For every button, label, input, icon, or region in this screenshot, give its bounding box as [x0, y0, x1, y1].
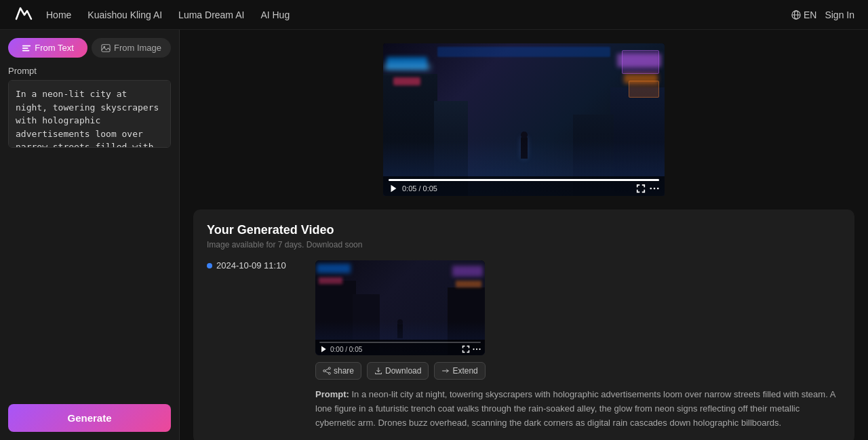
play-icon-small[interactable]: [319, 345, 328, 353]
video-time-top: 0:05 / 0:05: [402, 184, 437, 193]
share-button[interactable]: share: [315, 362, 361, 380]
nav-links: Home Kuaishou Kling AI Luma Dream AI AI …: [46, 9, 791, 20]
generated-content: 2024-10-09 11:10: [207, 260, 841, 430]
extend-button[interactable]: Extend: [434, 362, 485, 380]
more-icon[interactable]: [650, 184, 659, 193]
svg-rect-5: [22, 49, 30, 51]
svg-point-15: [479, 348, 480, 350]
nav-dream[interactable]: Luma Dream AI: [178, 9, 244, 20]
image-icon: [101, 43, 111, 53]
navbar: Home Kuaishou Kling AI Luma Dream AI AI …: [0, 0, 868, 30]
download-button[interactable]: Download: [367, 362, 429, 380]
generation-date: 2024-10-09 11:10: [216, 260, 286, 271]
generated-video-wrap: 0:00 / 0:05 share: [315, 260, 841, 430]
sidebar: From Text From Image Prompt In a neon-li…: [0, 30, 180, 440]
signin-button[interactable]: Sign In: [825, 9, 854, 20]
svg-point-11: [657, 188, 659, 190]
svg-line-19: [326, 369, 329, 370]
tab-from-text[interactable]: From Text: [8, 38, 87, 58]
video-controls-small: 0:00 / 0:05: [315, 340, 485, 355]
share-icon: [323, 367, 331, 375]
svg-marker-12: [321, 346, 326, 353]
prompt-textarea[interactable]: In a neon-lit city at night, towering sk…: [8, 80, 171, 148]
svg-rect-4: [22, 47, 28, 49]
nav-aihug[interactable]: AI Hug: [260, 9, 290, 20]
nav-kling[interactable]: Kuaishou Kling AI: [87, 9, 162, 20]
globe-icon: [791, 10, 801, 20]
svg-point-13: [473, 348, 474, 350]
date-badge: 2024-10-09 11:10: [207, 260, 302, 271]
prompt-display: Prompt: In a neon-lit city at night, tow…: [315, 388, 841, 430]
svg-point-14: [476, 348, 477, 350]
download-icon: [374, 367, 382, 375]
generated-title: Your Generated Video: [207, 223, 841, 237]
video-scene-bg: [383, 43, 665, 196]
ctrl-row: 0:05 / 0:05: [389, 184, 659, 193]
language-label: EN: [804, 9, 816, 20]
svg-point-16: [328, 367, 330, 369]
extend-icon: [441, 367, 450, 375]
nav-language[interactable]: EN: [791, 9, 816, 20]
svg-point-17: [323, 370, 326, 372]
video-player-top: 0:05 / 0:05: [383, 43, 665, 196]
status-dot: [207, 263, 212, 268]
video-preview-top: 0:05 / 0:05: [180, 30, 868, 203]
action-buttons: share Download Extend: [315, 362, 841, 380]
main-layout: From Text From Image Prompt In a neon-li…: [0, 30, 868, 440]
svg-rect-3: [22, 45, 31, 46]
prompt-prefix: Prompt:: [315, 389, 349, 399]
svg-rect-6: [102, 44, 110, 52]
video-progress-small[interactable]: [319, 342, 481, 343]
svg-point-10: [654, 188, 656, 190]
fullscreen-icon[interactable]: [636, 184, 646, 193]
nav-logo: [14, 5, 33, 24]
text-icon: [22, 43, 31, 53]
generated-section: Your Generated Video Image available for…: [193, 209, 854, 440]
progress-fill: [389, 179, 659, 181]
prompt-label: Prompt: [8, 66, 171, 76]
generated-meta: 2024-10-09 11:10: [207, 260, 302, 271]
svg-line-20: [326, 372, 329, 373]
svg-point-18: [328, 372, 330, 374]
generated-subtitle: Image available for 7 days. Download soo…: [207, 240, 841, 249]
more-icon-small[interactable]: [473, 345, 481, 353]
fullscreen-icon-small[interactable]: [462, 345, 470, 353]
video-time-small: 0:00 / 0:05: [330, 346, 362, 353]
tab-buttons: From Text From Image: [8, 38, 171, 58]
prompt-text: In a neon-lit city at night, towering sk…: [315, 389, 835, 428]
nav-home[interactable]: Home: [46, 9, 71, 20]
play-icon[interactable]: [389, 184, 398, 193]
tab-from-image[interactable]: From Image: [92, 38, 171, 58]
generate-button[interactable]: Generate: [8, 404, 171, 432]
nav-right: EN Sign In: [791, 9, 854, 20]
svg-marker-8: [391, 185, 397, 193]
video-controls-top: 0:05 / 0:05: [383, 176, 665, 196]
content-area: 0:05 / 0:05 Your Generated Video Image a…: [180, 30, 868, 440]
video-player-small: 0:00 / 0:05: [315, 260, 485, 355]
svg-point-9: [650, 188, 652, 190]
video-progress-top[interactable]: [389, 179, 659, 181]
